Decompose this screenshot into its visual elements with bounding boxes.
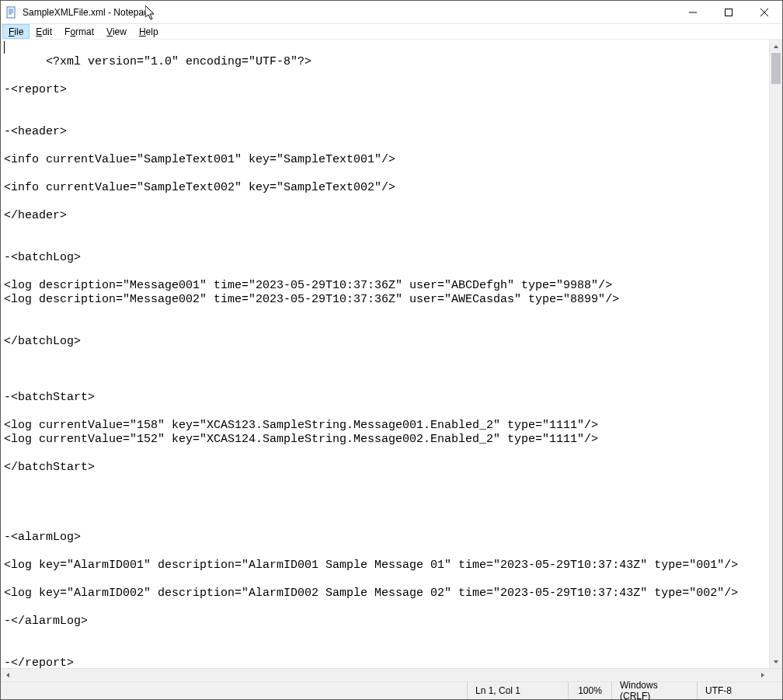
menu-bar: File Edit Format View Help — [1, 24, 782, 40]
editor-text: <?xml version="1.0" encoding="UTF-8"?> -… — [4, 55, 738, 668]
status-spacer — [1, 682, 467, 699]
menu-help[interactable]: Help — [133, 24, 165, 39]
menu-format[interactable]: Format — [58, 24, 100, 39]
scroll-right-arrow-icon[interactable] — [756, 669, 769, 681]
vertical-scrollbar[interactable] — [769, 40, 782, 668]
status-line-ending: Windows (CRLF) — [611, 682, 697, 699]
title-bar: SampleXMLFile.xml - Notepad — [1, 1, 782, 24]
menu-edit[interactable]: Edit — [30, 24, 58, 39]
menu-file[interactable]: File — [2, 24, 30, 39]
scroll-up-arrow-icon[interactable] — [770, 40, 782, 53]
svg-marker-9 — [774, 45, 778, 48]
svg-marker-10 — [774, 660, 778, 663]
status-encoding: UTF-8 — [697, 682, 782, 699]
status-position: Ln 1, Col 1 — [467, 682, 568, 699]
notepad-window: SampleXMLFile.xml - Notepad File Edit Fo… — [0, 0, 783, 700]
window-title: SampleXMLFile.xml - Notepad — [23, 7, 149, 18]
svg-rect-6 — [726, 9, 733, 16]
status-zoom: 100% — [568, 682, 611, 699]
scroll-corner — [769, 669, 782, 681]
vertical-scroll-thumb[interactable] — [771, 53, 781, 84]
vertical-scroll-track[interactable] — [770, 53, 782, 655]
scroll-left-arrow-icon[interactable] — [1, 669, 14, 681]
minimize-button[interactable] — [675, 1, 711, 23]
text-caret — [4, 41, 5, 54]
notepad-icon — [5, 6, 18, 19]
maximize-button[interactable] — [711, 1, 746, 23]
menu-view[interactable]: View — [100, 24, 133, 39]
close-button[interactable] — [746, 1, 782, 23]
content-area: <?xml version="1.0" encoding="UTF-8"?> -… — [1, 40, 782, 668]
scroll-down-arrow-icon[interactable] — [770, 655, 782, 668]
svg-marker-12 — [761, 673, 764, 677]
status-bar: Ln 1, Col 1 100% Windows (CRLF) UTF-8 — [1, 681, 782, 699]
text-editor[interactable]: <?xml version="1.0" encoding="UTF-8"?> -… — [1, 40, 769, 668]
svg-marker-11 — [6, 673, 9, 677]
